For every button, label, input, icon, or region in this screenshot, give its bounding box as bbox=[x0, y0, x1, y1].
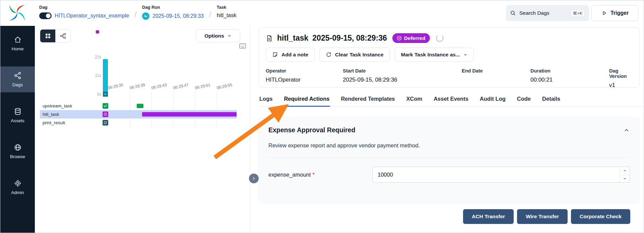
dags-icon bbox=[14, 72, 22, 80]
airflow-app: Dag HITLOperator_syntax_example / Dag Ru… bbox=[0, 0, 644, 233]
sidebar-item-assets[interactable]: Assets bbox=[0, 102, 35, 128]
meta-value-duration: 00:00:21 bbox=[530, 77, 609, 83]
search-label: Search Dags bbox=[519, 10, 550, 16]
gridline bbox=[130, 91, 130, 128]
dag-run-duration-bar[interactable] bbox=[103, 59, 108, 97]
duration-tick: 11s bbox=[84, 73, 101, 78]
ach-transfer-button[interactable]: ACH Transfer bbox=[463, 209, 514, 224]
dag-run-date-link[interactable]: 2025-09-15, 08:29:33 bbox=[152, 13, 204, 19]
refresh-icon bbox=[326, 52, 332, 58]
time-tick: 06:29:39 bbox=[129, 82, 146, 90]
stepper-increment-button[interactable] bbox=[620, 167, 630, 175]
loading-spinner bbox=[436, 34, 444, 42]
task-row[interactable]: upstream_task bbox=[43, 103, 72, 108]
task-row[interactable]: hitl_task bbox=[43, 112, 59, 117]
time-tick: 06:29:55 bbox=[216, 82, 233, 90]
task-label: Task bbox=[217, 5, 237, 10]
gantt-bar-hitl-task[interactable] bbox=[142, 112, 237, 116]
view-toggle bbox=[40, 29, 71, 43]
stepper-decrement-button[interactable] bbox=[620, 175, 630, 183]
options-button[interactable]: Options bbox=[196, 29, 240, 42]
required-marker: * bbox=[313, 172, 315, 178]
task-state-scheduled-icon[interactable] bbox=[103, 120, 108, 126]
gantt-bar-upstream-task[interactable] bbox=[137, 104, 143, 108]
chevron-up-icon[interactable] bbox=[623, 127, 630, 134]
approval-card-title: Expense Approval Required bbox=[268, 126, 355, 134]
wire-transfer-button[interactable]: Wire Transfer bbox=[517, 209, 568, 224]
duration-tick: 0s bbox=[84, 92, 101, 97]
dag-pause-toggle[interactable] bbox=[39, 12, 52, 19]
run-indicator-dot bbox=[96, 30, 99, 34]
mark-task-instance-as-dropdown[interactable]: Mark Task Instance as... bbox=[395, 48, 474, 62]
keyboard-shortcuts-icon[interactable] bbox=[239, 43, 246, 49]
dag-run-label: Dag Run bbox=[142, 5, 204, 10]
gear-icon bbox=[14, 179, 22, 187]
airflow-logo[interactable] bbox=[8, 3, 26, 22]
tab-details[interactable]: Details bbox=[541, 94, 561, 107]
panel-collapse-handle[interactable] bbox=[249, 174, 259, 183]
dag-label: Dag bbox=[39, 5, 129, 10]
tab-asset-events[interactable]: Asset Events bbox=[433, 94, 469, 107]
graph-icon bbox=[60, 33, 66, 39]
breadcrumb: Dag HITLOperator_syntax_example / Dag Ru… bbox=[39, 5, 236, 20]
add-note-button[interactable]: Add a note bbox=[266, 48, 315, 62]
approval-actions: ACH Transfer Wire Transfer Corporate Che… bbox=[259, 209, 640, 224]
caret-down-icon bbox=[463, 53, 467, 57]
task-row[interactable]: print_result bbox=[43, 120, 65, 125]
grid-view-button[interactable] bbox=[40, 30, 55, 42]
deferred-state-icon bbox=[397, 36, 402, 41]
breadcrumb-dag: Dag HITLOperator_syntax_example bbox=[39, 5, 129, 20]
sidebar-nav: Home Dags Assets Browse Admin bbox=[0, 26, 35, 233]
meta-value-end-date bbox=[462, 77, 530, 83]
assets-icon bbox=[14, 107, 22, 115]
search-dags-button[interactable]: Search Dags ⌘+K bbox=[506, 5, 589, 21]
task-state-success-icon[interactable] bbox=[103, 103, 108, 109]
sidebar-item-dags[interactable]: Dags bbox=[0, 66, 35, 92]
grid-panel: Options 22s 11s 0s 06:29:35 06:29:39 06:… bbox=[35, 26, 250, 233]
gridline bbox=[173, 91, 174, 128]
sidebar-item-home[interactable]: Home bbox=[0, 31, 35, 56]
gridline bbox=[195, 91, 195, 128]
dag-name-link[interactable]: HITLOperator_syntax_example bbox=[55, 13, 129, 19]
task-instance-header: hitl_task 2025-09-15, 08:29:36 Deferred … bbox=[259, 27, 640, 88]
tab-audit-log[interactable]: Audit Log bbox=[479, 94, 506, 107]
expense-amount-input[interactable] bbox=[372, 167, 630, 183]
tab-logs[interactable]: Logs bbox=[259, 94, 273, 107]
approval-description: Review expense report and approve vendor… bbox=[268, 142, 630, 149]
note-icon bbox=[272, 52, 278, 58]
corporate-check-button[interactable]: Corporate Check bbox=[571, 209, 630, 224]
dag-run-state-icon bbox=[142, 12, 149, 20]
meta-value-operator: HITLOperator bbox=[266, 77, 343, 83]
number-stepper bbox=[620, 167, 630, 182]
gridline bbox=[217, 91, 217, 128]
sidebar-item-browse[interactable]: Browse bbox=[0, 138, 35, 164]
divider bbox=[268, 157, 630, 157]
breadcrumb-task: Task hitl_task bbox=[217, 5, 237, 20]
tab-xcom[interactable]: XCom bbox=[406, 94, 423, 107]
tab-required-actions[interactable]: Required Actions bbox=[283, 94, 330, 107]
task-state-deferred-icon[interactable] bbox=[103, 111, 108, 117]
home-icon bbox=[14, 36, 22, 44]
time-tick: 06:29:51 bbox=[195, 82, 211, 90]
breadcrumb-separator: / bbox=[134, 10, 137, 19]
status-badge-deferred: Deferred bbox=[392, 33, 430, 43]
task-instance-title: hitl_task bbox=[277, 34, 308, 43]
task-document-icon bbox=[266, 35, 273, 42]
clear-task-instance-button[interactable]: Clear Task Instance bbox=[319, 48, 390, 62]
duration-tick: 22s bbox=[84, 55, 101, 59]
tab-code[interactable]: Code bbox=[516, 94, 531, 107]
detail-tabs: Logs Required Actions Rendered Templates… bbox=[259, 94, 644, 107]
tab-rendered-templates[interactable]: Rendered Templates bbox=[340, 94, 395, 107]
dag-run-state-chip[interactable] bbox=[103, 92, 108, 97]
browse-icon bbox=[14, 143, 22, 151]
meta-value-dag-version: v1 bbox=[609, 82, 633, 89]
search-shortcut: ⌘+K bbox=[570, 9, 585, 17]
time-tick: 06:29:43 bbox=[151, 82, 168, 90]
trigger-button[interactable]: Trigger bbox=[591, 5, 638, 21]
search-icon bbox=[510, 10, 516, 16]
sidebar-item-admin[interactable]: Admin bbox=[0, 174, 35, 200]
time-tick: 06:29:35 bbox=[108, 82, 124, 90]
breadcrumb-dag-run: Dag Run 2025-09-15, 08:29:33 bbox=[142, 5, 204, 20]
graph-view-button[interactable] bbox=[55, 30, 70, 42]
task-name: hitl_task bbox=[217, 12, 237, 18]
